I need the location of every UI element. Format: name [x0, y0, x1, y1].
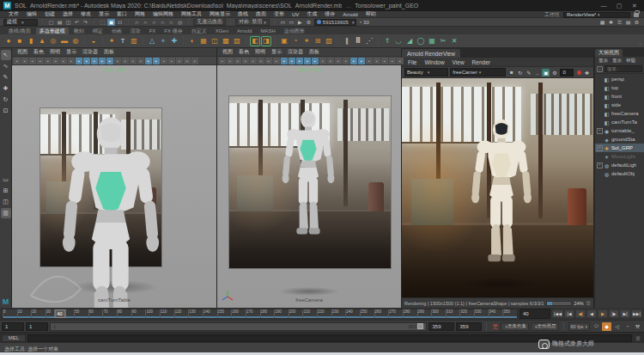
panel-menu-item[interactable]: 视图	[15, 48, 30, 56]
shadows-icon[interactable]: ▪	[153, 58, 160, 64]
menu-item[interactable]: Arnold	[339, 12, 361, 17]
wireframe-icon[interactable]: ▪	[122, 58, 129, 64]
workspace-dropdown[interactable]: RenderView*▾	[563, 12, 630, 18]
viewport-camTurnTable[interactable]: 视图着色照明显示渲染器面板 ▪▪▪▪▪▪▪▪▪▪▪▪▪▪▪▪▪▪▪▪▪▪▪▪ 1…	[12, 48, 217, 308]
svg-tool-icon[interactable]: ▥	[129, 36, 139, 46]
select-camera-icon[interactable]: ▪	[14, 58, 21, 64]
render-current-frame-icon[interactable]: ▭	[288, 19, 295, 26]
panel-menu-item[interactable]: 面板	[307, 48, 322, 56]
camera-attributes-icon[interactable]: ▪	[234, 58, 241, 64]
menu-item[interactable]: 文件	[5, 10, 22, 18]
bookmarks-icon[interactable]: ▪	[242, 58, 249, 64]
mel-label[interactable]: MEL	[2, 334, 26, 342]
menu-item[interactable]: 网格显示	[206, 10, 234, 18]
time-slider-track[interactable]: 40 0102030405060708090100110120130140150…	[2, 309, 518, 319]
render-settings-icon[interactable]: ⚙	[305, 19, 313, 26]
renderview-menu-item[interactable]: Render	[469, 59, 494, 65]
outliner-item-Sol_GRP[interactable]: ✚ Sol_GRP	[595, 144, 644, 152]
snap-to-curve-icon[interactable]: ∩	[142, 19, 149, 26]
more-options-button[interactable]: ‥	[533, 69, 541, 77]
no-keyframe-icon[interactable]: ⬭	[592, 322, 601, 331]
grease-pencil-icon[interactable]: ▪	[60, 58, 67, 64]
panel-menu-item[interactable]: 照明	[252, 48, 268, 56]
humanik-toggle[interactable]: ✚	[607, 19, 615, 26]
lasso-tool[interactable]: ∿	[1, 61, 11, 71]
play-forwards-button[interactable]: ▶	[598, 309, 608, 318]
step-forward-frame-button[interactable]: |▶	[609, 309, 619, 318]
shadows-icon[interactable]: ▪	[358, 58, 365, 64]
expand-toggle[interactable]	[597, 144, 602, 151]
renderview-tab[interactable]: Arnold RenderView	[402, 49, 460, 58]
refresh-render-button[interactable]: ↻	[516, 69, 524, 77]
menu-item[interactable]: 网格工具	[178, 10, 205, 18]
outliner-item-groundSta[interactable]: ◈ groundSta	[595, 135, 644, 144]
field-chart-icon[interactable]: ▪	[304, 58, 311, 64]
mute-audio-toggle[interactable]: ◁	[612, 322, 622, 331]
poly-cone-icon[interactable]: ▲	[37, 36, 47, 46]
preferences-button[interactable]: ⚒	[633, 322, 642, 331]
ipr-render-icon[interactable]: ▶	[296, 19, 304, 26]
poly-disc-icon[interactable]: ◍	[70, 36, 81, 46]
multi-cut-icon[interactable]: ⋰	[364, 36, 374, 46]
outliner-item-freeCamera[interactable]: ◧ freeCamera	[595, 109, 644, 118]
menu-item[interactable]: 显示	[95, 10, 112, 18]
outliner-item-camTurnTable[interactable]: ◧ camTurnTa	[595, 118, 644, 126]
shelf-tab[interactable]: 动画	[108, 28, 125, 34]
shelf-tab[interactable]: 自定义	[188, 28, 210, 34]
field-chart-icon[interactable]: ▪	[99, 58, 106, 64]
expand-toggle[interactable]	[597, 127, 602, 134]
range-grip[interactable]	[417, 323, 423, 329]
image-plane-icon[interactable]: ▪	[45, 58, 52, 64]
shelf-tab[interactable]: FX	[146, 28, 160, 34]
resolution-gate-icon[interactable]: ▪	[83, 58, 90, 64]
extrude-icon[interactable]: ⇑	[382, 36, 392, 46]
anim-layer-dropdown[interactable]: ▾无动画层	[531, 322, 559, 331]
go-to-start-button[interactable]: |◀◀	[552, 309, 563, 318]
film-gate-icon[interactable]: ▪	[281, 58, 288, 64]
shelf-tab[interactable]: MASH	[257, 28, 278, 34]
duplicate-face-icon[interactable]: ▣	[279, 36, 289, 46]
menu-item[interactable]: 选择	[59, 10, 76, 18]
new-scene-icon[interactable]: ▢	[47, 19, 55, 26]
expand-toggle[interactable]	[597, 162, 602, 168]
open-render-view-icon[interactable]: ▭	[279, 19, 287, 26]
outliner-item-top[interactable]: ◧ top	[595, 83, 644, 92]
bevel-icon[interactable]: ◢	[404, 36, 415, 46]
textured-icon[interactable]: ▪	[137, 58, 144, 64]
outliner-item-side[interactable]: ◧ side	[595, 101, 644, 109]
lock-camera-icon[interactable]: ▪	[227, 58, 234, 64]
safe-action-icon[interactable]: ▪	[312, 58, 319, 64]
isolate-select-icon[interactable]: ▪	[381, 58, 388, 64]
lattice-icon[interactable]: ⊞	[313, 36, 323, 46]
menu-set-selector[interactable]: 建模▾	[3, 19, 38, 26]
bookmarks-icon[interactable]: ▪	[37, 58, 44, 64]
render-image-area[interactable]	[402, 78, 593, 297]
screen-ao-icon[interactable]: ▪	[161, 58, 167, 64]
snap-to-view-plane-icon[interactable]: ∩	[167, 19, 175, 26]
aov-dropdown[interactable]: Beauty▾	[404, 68, 448, 77]
textured-icon[interactable]: ▪	[343, 58, 349, 64]
construction-plane-icon[interactable]: △	[147, 36, 157, 46]
debug-shading-field[interactable]: 0	[560, 69, 574, 77]
2d-pan-zoom-icon[interactable]: ▪	[258, 58, 264, 64]
robot-model-viewport2[interactable]	[274, 108, 343, 296]
menu-item[interactable]: 曲面	[252, 10, 270, 18]
camera-attributes-icon[interactable]: ▪	[29, 58, 36, 64]
offset-edge-loop-icon[interactable]: Ⅲ	[353, 36, 363, 46]
smooth-icon[interactable]: ▨	[232, 36, 242, 46]
wireframe-icon[interactable]: ▪	[327, 58, 334, 64]
shelf-tab[interactable]: 雕刻	[70, 28, 88, 34]
status-menu-icon[interactable]: ☰	[586, 300, 591, 306]
split-pane-layout-button[interactable]: ◫	[1, 197, 11, 207]
combine-icon[interactable]: ▦	[198, 36, 209, 46]
make-live-icon[interactable]: ◎	[176, 19, 184, 26]
menu-item[interactable]: 创建	[41, 10, 58, 18]
2d-pan-zoom-icon[interactable]: ▪	[52, 58, 59, 64]
viewport2-canvas[interactable]: 1500 x 1500 freeCamera	[217, 65, 401, 308]
poly-cylinder-icon[interactable]: ▮	[26, 36, 36, 46]
select-tool[interactable]: ↖	[1, 50, 11, 60]
shelf-tab[interactable]: 绑定	[89, 28, 106, 34]
grid-icon[interactable]: ▪	[273, 58, 280, 64]
screen-ao-icon[interactable]: ▪	[366, 58, 373, 64]
auto-keyframe-toggle[interactable]: ◆	[602, 322, 611, 331]
